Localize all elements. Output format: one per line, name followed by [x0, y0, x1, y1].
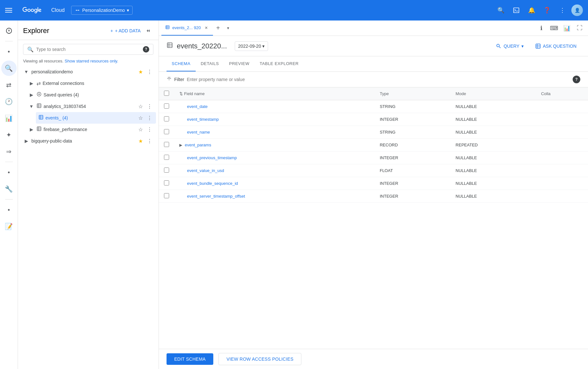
tree-item-saved-queries[interactable]: ▶ Saved queries (4) — [26, 89, 156, 101]
tree-item-bigquery-public[interactable]: ▶ bigquery-public-data ★ ⋮ — [20, 135, 156, 147]
more-bigquery-public[interactable]: ⋮ — [146, 137, 153, 145]
svg-rect-27 — [536, 44, 540, 48]
toggle-firebase[interactable]: ▶ — [28, 126, 35, 133]
toggle-analytics[interactable]: ▼ — [28, 103, 35, 110]
tree-item-events[interactable]: events_ (4) ☆ ⋮ — [36, 112, 156, 124]
view-row-access-button[interactable]: VIEW ROW ACCESS POLICIES — [218, 353, 301, 365]
info-button[interactable]: ℹ — [535, 22, 547, 34]
add-data-button[interactable]: + + ADD DATA — [108, 26, 143, 35]
fullscreen-button[interactable]: ⛶ — [574, 22, 585, 34]
svg-point-4 — [8, 30, 10, 31]
cell-field-event_params: ▶ event_params — [174, 139, 375, 152]
ask-question-button[interactable]: ASK QUESTION — [531, 41, 580, 51]
sort-icon[interactable]: ⇅ — [179, 91, 183, 96]
search-input[interactable] — [36, 47, 140, 52]
children-personalizationdemo: ▶ ⇄ External connections ▶ Saved queries… — [20, 78, 156, 135]
query-button[interactable]: QUERY ▾ — [492, 41, 527, 51]
rail-item-history[interactable]: 🕐 — [1, 94, 17, 109]
show-starred-link[interactable]: Show starred resources only. — [65, 59, 118, 63]
date-selector[interactable]: 2022-09-20 ▾ — [235, 41, 268, 51]
rail-item-tools[interactable]: 🔧 — [1, 181, 17, 197]
rail-item-transfers[interactable]: ⇄ — [1, 77, 17, 93]
row-checkbox-event_server_timestamp_offset — [159, 190, 174, 203]
field-link-event_name[interactable]: event_name — [187, 130, 210, 135]
more-events[interactable]: ⋮ — [146, 114, 153, 122]
th-type: Type — [375, 87, 451, 100]
field-link-event_previous_timestamp[interactable]: event_previous_timestamp — [187, 155, 237, 160]
field-link-event_server_timestamp_offset[interactable]: event_server_timestamp_offset — [187, 194, 245, 199]
field-link-event_params[interactable]: event_params — [185, 143, 211, 147]
checkbox-event_params[interactable] — [164, 142, 169, 147]
cell-mode-event_server_timestamp_offset: NULLABLE — [451, 190, 536, 203]
rail-item-notes[interactable]: 📝 — [1, 219, 17, 234]
project-selector[interactable]: PersonalizationDemo ▾ — [71, 6, 133, 15]
star-events[interactable]: ☆ — [137, 114, 144, 122]
field-link-event_date[interactable]: event_date — [187, 104, 208, 109]
field-link-event_bundle_sequence_id[interactable]: event_bundle_sequence_id — [187, 181, 238, 186]
hamburger-menu[interactable] — [5, 8, 12, 12]
rail-divider-2 — [5, 162, 13, 162]
star-bigquery-public[interactable]: ★ — [137, 137, 144, 145]
more-firebase[interactable]: ⋮ — [146, 126, 153, 133]
keyboard-button[interactable]: ⌨ — [548, 22, 560, 34]
rail-item-search[interactable]: 🔍 — [1, 61, 17, 76]
filter-help-button[interactable]: ? — [573, 76, 580, 83]
notifications-button[interactable]: 🔔 — [525, 4, 538, 17]
tab-events[interactable]: events_2... 920 ✕ — [161, 20, 213, 36]
rail-item-scheduled[interactable]: ⇒ — [1, 144, 17, 159]
checkbox-event_bundle_sequence_id[interactable] — [164, 180, 169, 185]
field-link-event_value_in_usd[interactable]: event_value_in_usd — [187, 168, 224, 173]
tab-close-button[interactable]: ✕ — [203, 25, 209, 31]
explorer-header: Explorer + + ADD DATA — [18, 20, 159, 40]
checkbox-event_date[interactable] — [164, 103, 169, 109]
more-personalizationdemo[interactable]: ⋮ — [146, 68, 153, 76]
field-link-event_timestamp[interactable]: event_timestamp — [187, 117, 219, 122]
select-all-checkbox[interactable] — [164, 91, 169, 96]
rail-item-dot3: • — [1, 202, 17, 217]
user-avatar[interactable]: 👤 — [571, 4, 583, 16]
star-personalizationdemo[interactable]: ★ — [137, 68, 144, 76]
rail-item-starred[interactable]: ✦ — [1, 127, 17, 143]
toggle-saved-queries[interactable]: ▶ — [28, 92, 35, 98]
more-analytics[interactable]: ⋮ — [146, 102, 153, 110]
search-button[interactable]: 🔍 — [494, 4, 507, 17]
tree-item-external-connections[interactable]: ▶ ⇄ External connections — [26, 78, 156, 89]
collapse-panel-button[interactable] — [143, 26, 153, 36]
help-button[interactable]: ❓ — [541, 4, 553, 17]
checkbox-event_server_timestamp_offset[interactable] — [164, 193, 169, 198]
checkbox-event_value_in_usd[interactable] — [164, 168, 169, 173]
tab-preview[interactable]: PREVIEW — [224, 56, 254, 71]
toggle-external-connections[interactable]: ▶ — [28, 80, 35, 86]
tree-item-personalizationdemo[interactable]: ▼ personalizationdemo ★ ⋮ — [20, 66, 156, 78]
chart-button[interactable]: 📊 — [561, 22, 573, 34]
th-checkbox — [159, 87, 174, 100]
edit-schema-button[interactable]: EDIT SCHEMA — [167, 353, 213, 365]
toggle-personalizationdemo[interactable]: ▼ — [23, 69, 29, 75]
more-options-button[interactable]: ⋮ — [556, 4, 569, 17]
terminal-button[interactable] — [510, 4, 523, 17]
google-cloud-logo[interactable]: Cloud — [16, 7, 65, 13]
star-firebase[interactable]: ☆ — [137, 126, 144, 133]
tree-item-firebase[interactable]: ▶ firebase_performance ☆ ⋮ — [26, 124, 156, 135]
tree-item-analytics[interactable]: ▼ analytics_318037454 ☆ ⋮ — [26, 101, 156, 112]
label-saved-queries: Saved queries (4) — [44, 92, 153, 97]
star-analytics[interactable]: ☆ — [137, 102, 144, 110]
tab-table-explorer[interactable]: TABLE EXPLORER — [255, 56, 304, 71]
search-help-button[interactable]: ? — [143, 46, 149, 53]
rail-item-bigquery[interactable] — [1, 23, 17, 38]
tab-dropdown-button[interactable]: ▾ — [223, 23, 233, 33]
cell-field-event_bundle_sequence_id: event_bundle_sequence_id — [174, 177, 375, 190]
row-checkbox-event_date — [159, 100, 174, 113]
expand-event_params[interactable]: ▶ — [179, 143, 182, 147]
rail-item-analytics[interactable]: 📊 — [1, 111, 17, 126]
checkbox-event_previous_timestamp[interactable] — [164, 155, 169, 160]
rail-divider-1 — [5, 41, 13, 41]
rail-item-dot2: • — [1, 165, 17, 180]
tab-schema[interactable]: SCHEMA — [167, 56, 196, 71]
add-tab-button[interactable]: + — [213, 23, 223, 33]
checkbox-event_name[interactable] — [164, 129, 169, 134]
filter-input[interactable] — [187, 77, 570, 82]
tab-details[interactable]: DETAILS — [196, 56, 224, 71]
toggle-bigquery-public[interactable]: ▶ — [23, 138, 29, 144]
checkbox-event_timestamp[interactable] — [164, 116, 169, 121]
